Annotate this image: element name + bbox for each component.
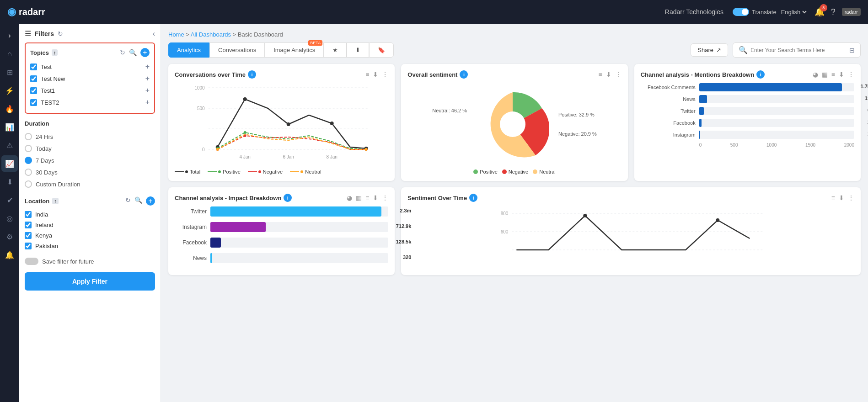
sentiment-neutral-label: Neutral: 46.2 %: [432, 108, 467, 113]
duration-custom[interactable]: Custom Duration: [25, 178, 155, 190]
nav-barchart[interactable]: 📊: [1, 119, 18, 135]
topics-refresh-icon[interactable]: ↻: [120, 49, 125, 56]
user-avatar[interactable]: radarr: [842, 8, 861, 16]
topics-title: Topics: [30, 49, 49, 56]
breadcrumb-home[interactable]: Home: [168, 31, 184, 38]
location-add-button[interactable]: +: [146, 196, 155, 206]
share-icon: ↗: [716, 47, 721, 53]
tab-image-analytics[interactable]: Image Analytics BETA: [265, 42, 324, 58]
duration-30days[interactable]: 30 Days: [25, 166, 155, 178]
notification-button[interactable]: 🔔 8: [814, 7, 825, 17]
duration-7days[interactable]: 7 Days: [25, 154, 155, 166]
nav-grid[interactable]: ⊞: [1, 64, 18, 80]
sent-time-download-icon[interactable]: ⬇: [839, 194, 844, 201]
mentions-bar-icon[interactable]: ▦: [822, 71, 828, 78]
location-checkbox-pakistan[interactable]: [25, 243, 32, 249]
search-input[interactable]: [750, 47, 847, 53]
tab-conversations[interactable]: Conversations: [209, 42, 265, 58]
sidebar-close-icon[interactable]: ‹: [153, 30, 155, 38]
help-button[interactable]: ?: [831, 7, 836, 17]
topics-search-icon[interactable]: 🔍: [129, 49, 137, 56]
bar-fill-news: [699, 95, 707, 103]
nav-compass[interactable]: ◎: [1, 210, 18, 227]
topic-add-icon-test[interactable]: +: [145, 63, 150, 71]
conv-menu-icon[interactable]: ≡: [365, 71, 369, 78]
location-checkbox-ireland[interactable]: [25, 222, 32, 228]
nav-bell[interactable]: 🔔: [1, 247, 18, 263]
duration-24hrs[interactable]: 24 Hrs: [25, 131, 155, 143]
impact-menu-icon[interactable]: ≡: [365, 194, 369, 201]
nav-lightning[interactable]: ⚡: [1, 82, 18, 99]
topic-add-icon-test1[interactable]: +: [145, 86, 150, 95]
sent-time-title-text: Sentiment Over Time: [407, 195, 467, 201]
impact-download-icon[interactable]: ⬇: [373, 194, 378, 201]
duration-today[interactable]: Today: [25, 143, 155, 154]
share-button[interactable]: Share ↗: [691, 43, 728, 57]
tab-bookmark-button[interactable]: 🔖: [369, 42, 394, 58]
topic-item: Test +: [30, 61, 150, 73]
duration-label-24hrs: 24 Hrs: [36, 133, 53, 140]
tab-download-button[interactable]: ⬇: [347, 42, 369, 58]
impact-bar-icon[interactable]: ▦: [356, 194, 362, 201]
nav-fire[interactable]: 🔥: [1, 100, 18, 117]
impact-pie-icon[interactable]: ◕: [347, 194, 352, 201]
bar-fill-instagram: [699, 131, 701, 139]
location-refresh-icon[interactable]: ↻: [125, 196, 131, 206]
tab-star-button[interactable]: ★: [324, 42, 347, 58]
nav-check[interactable]: ✔: [1, 192, 18, 208]
search-filter-icon[interactable]: ⊟: [849, 47, 855, 54]
nav-gear[interactable]: ⚙: [1, 228, 18, 245]
duration-label-today: Today: [36, 145, 52, 152]
svg-text:800: 800: [501, 211, 509, 216]
collapse-toggle[interactable]: ›: [1, 27, 18, 44]
sentiment-menu-icon[interactable]: ≡: [598, 71, 602, 78]
mentions-pie-icon[interactable]: ◕: [813, 71, 818, 78]
tab-analytics[interactable]: Analytics: [168, 42, 209, 58]
breadcrumb-alldashboards[interactable]: All Dashboards: [191, 31, 231, 38]
nav-home[interactable]: ⌂: [1, 46, 18, 62]
translate-toggle[interactable]: Translate English: [733, 8, 808, 16]
nav-download[interactable]: ⬇: [1, 174, 18, 190]
location-sort-button[interactable]: ↑: [52, 198, 59, 204]
topic-checkbox-test2[interactable]: [30, 99, 37, 106]
refresh-icon[interactable]: ↻: [58, 30, 63, 37]
card-actions-impact: ◕ ▦ ≡ ⬇ ⋮: [347, 194, 388, 201]
impact-track-twitter: 2.3m: [210, 206, 388, 217]
mentions-more-icon[interactable]: ⋮: [848, 71, 854, 78]
topic-add-icon-test2[interactable]: +: [145, 98, 150, 106]
sent-time-menu-icon[interactable]: ≡: [831, 194, 835, 201]
card-title-conv: Conversations over Time i: [175, 70, 256, 79]
topic-checkbox-test[interactable]: [30, 63, 37, 70]
topnav-right: Translate English 🔔 8 ? radarr: [733, 7, 861, 17]
bar-label-instagram: Instagram: [641, 132, 696, 138]
sentiment-download-icon[interactable]: ⬇: [606, 71, 611, 78]
apply-filter-button[interactable]: Apply Filter: [25, 272, 155, 291]
mentions-title-text: Channel analysis - Mentions Breakdown: [641, 71, 755, 78]
topic-add-icon-testnew[interactable]: +: [145, 74, 150, 83]
language-select[interactable]: English: [779, 8, 808, 16]
impact-more-icon[interactable]: ⋮: [382, 194, 388, 201]
topics-sort-button[interactable]: ↑: [52, 49, 58, 56]
sent-time-more-icon[interactable]: ⋮: [848, 194, 854, 201]
bar-label-fb-comments: Facebook Comments: [641, 85, 696, 90]
mentions-download-icon[interactable]: ⬇: [839, 71, 844, 78]
location-checkbox-india[interactable]: [25, 211, 32, 218]
radio-30days: [25, 169, 32, 176]
conv-more-icon[interactable]: ⋮: [382, 71, 388, 78]
save-filter-toggle[interactable]: [25, 258, 38, 265]
translate-switch[interactable]: [733, 8, 749, 16]
topic-checkbox-test1[interactable]: [30, 87, 37, 94]
mentions-menu-icon[interactable]: ≡: [831, 71, 835, 78]
topics-box: Topics ↑ ↻ 🔍 + Test + Test New +: [25, 42, 155, 114]
icon-bar: › ⌂ ⊞ ⚡ 🔥 📊 ⚠ 📈 ⬇ ✔ ◎ ⚙ 🔔: [0, 24, 19, 402]
sentiment-more-icon[interactable]: ⋮: [615, 71, 622, 78]
location-search-icon[interactable]: 🔍: [134, 196, 142, 206]
nav-chartline[interactable]: 📈: [1, 155, 18, 172]
topics-add-button[interactable]: +: [140, 48, 150, 57]
location-checkbox-kenya[interactable]: [25, 232, 32, 239]
topic-checkbox-testnew[interactable]: [30, 75, 37, 82]
nav-warning[interactable]: ⚠: [1, 137, 18, 153]
location-header: Location ↑ ↻ 🔍 +: [25, 196, 155, 206]
location-title: Location: [25, 198, 49, 205]
conv-download-icon[interactable]: ⬇: [373, 71, 378, 78]
